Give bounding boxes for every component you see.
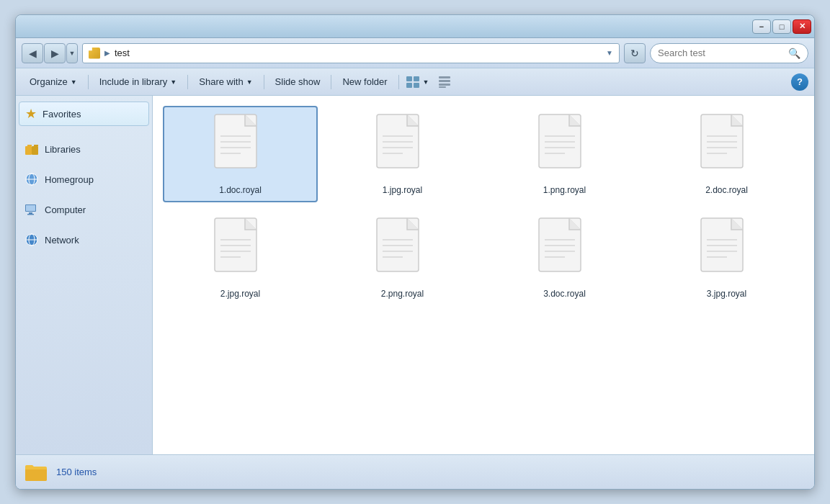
details-view-button[interactable] bbox=[434, 72, 455, 92]
file-label: 1.jpg.royal bbox=[383, 185, 422, 195]
file-icon bbox=[212, 217, 269, 286]
toolbar-separator-3 bbox=[264, 75, 264, 89]
nav-buttons: ◀ ▶ ▼ bbox=[22, 43, 78, 63]
file-item[interactable]: 2.jpg.royal bbox=[163, 210, 318, 306]
organize-button[interactable]: Organize ▼ bbox=[22, 72, 85, 92]
include-in-library-label: Include in library bbox=[99, 76, 168, 87]
sidebar-item-network[interactable]: Network bbox=[16, 228, 152, 251]
file-icon bbox=[698, 113, 756, 182]
homegroup-label: Homegroup bbox=[45, 174, 94, 185]
toolbar-separator-4 bbox=[331, 75, 331, 89]
file-label: 2.jpg.royal bbox=[220, 289, 260, 299]
sidebar: ★ Favorites Libraries bbox=[16, 96, 153, 454]
toolbar-separator-2 bbox=[187, 75, 188, 89]
minimize-button[interactable]: − bbox=[752, 19, 771, 34]
svg-rect-10 bbox=[32, 146, 38, 155]
svg-rect-1 bbox=[414, 76, 419, 81]
star-icon: ★ bbox=[25, 106, 37, 122]
title-bar: − □ ✕ bbox=[16, 15, 814, 38]
sidebar-item-favorites[interactable]: ★ Favorites bbox=[19, 102, 149, 126]
view-dropdown-icon[interactable]: ▼ bbox=[423, 78, 429, 86]
toolbar-separator-1 bbox=[88, 75, 89, 89]
view-toggle-button[interactable]: ▼ bbox=[402, 72, 433, 92]
sidebar-item-computer[interactable]: Computer bbox=[16, 198, 152, 221]
file-item[interactable]: 1.jpg.royal bbox=[325, 106, 480, 202]
path-dropdown-icon[interactable]: ▼ bbox=[606, 49, 613, 57]
slide-show-label: Slide show bbox=[275, 76, 321, 87]
file-item[interactable]: 3.jpg.royal bbox=[649, 210, 804, 306]
search-box[interactable]: 🔍 bbox=[650, 43, 808, 63]
dropdown-button[interactable]: ▼ bbox=[66, 43, 78, 63]
sidebar-item-libraries[interactable]: Libraries bbox=[16, 138, 152, 161]
maximize-button[interactable]: □ bbox=[772, 19, 791, 34]
homegroup-icon bbox=[24, 172, 39, 186]
file-item[interactable]: 2.png.royal bbox=[325, 210, 480, 306]
organize-label: Organize bbox=[30, 76, 68, 87]
organize-dropdown-icon: ▼ bbox=[71, 78, 77, 86]
libraries-icon bbox=[24, 142, 39, 156]
svg-rect-17 bbox=[26, 205, 35, 211]
file-item[interactable]: 2.doc.royal bbox=[649, 106, 804, 202]
file-label: 2.png.royal bbox=[381, 289, 424, 299]
status-folder-icon bbox=[24, 462, 48, 482]
file-item[interactable]: 1.doc.royal bbox=[163, 106, 318, 202]
refresh-button[interactable]: ↻ bbox=[624, 43, 646, 63]
file-icon bbox=[212, 113, 269, 182]
forward-button[interactable]: ▶ bbox=[44, 43, 66, 63]
network-icon bbox=[24, 233, 39, 247]
file-label: 1.doc.royal bbox=[219, 185, 262, 195]
status-bar: 150 items bbox=[16, 454, 814, 489]
toolbar: Organize ▼ Include in library ▼ Share wi… bbox=[16, 68, 814, 96]
computer-label: Computer bbox=[45, 204, 86, 215]
svg-rect-18 bbox=[29, 212, 32, 214]
search-icon[interactable]: 🔍 bbox=[788, 48, 800, 59]
svg-rect-8 bbox=[25, 146, 32, 155]
svg-rect-0 bbox=[406, 76, 412, 81]
address-bar: ◀ ▶ ▼ ▶ test ▼ ↻ 🔍 bbox=[16, 38, 814, 68]
include-in-library-button[interactable]: Include in library ▼ bbox=[92, 72, 185, 92]
main-area: ★ Favorites Libraries bbox=[16, 96, 814, 454]
libraries-label: Libraries bbox=[45, 144, 81, 155]
computer-icon bbox=[24, 202, 39, 217]
file-label: 1.png.royal bbox=[543, 185, 586, 195]
path-separator: ▶ bbox=[104, 49, 110, 57]
back-button[interactable]: ◀ bbox=[22, 43, 43, 63]
content-area: 1.doc.royal 1.jpg.royal 1.png.royal 2.do… bbox=[153, 96, 814, 454]
search-input[interactable] bbox=[658, 48, 784, 58]
svg-rect-4 bbox=[439, 76, 450, 78]
file-item[interactable]: 1.png.royal bbox=[487, 106, 642, 202]
svg-rect-7 bbox=[439, 86, 446, 88]
svg-rect-3 bbox=[414, 83, 419, 88]
slide-show-button[interactable]: Slide show bbox=[267, 72, 329, 92]
help-button[interactable]: ? bbox=[791, 73, 808, 91]
window: − □ ✕ ◀ ▶ ▼ ▶ test ▼ ↻ 🔍 Organize ▼ bbox=[15, 14, 815, 490]
sidebar-item-homegroup[interactable]: Homegroup bbox=[16, 168, 152, 191]
file-label: 3.jpg.royal bbox=[707, 289, 746, 299]
svg-rect-19 bbox=[27, 214, 34, 215]
file-label: 2.doc.royal bbox=[705, 185, 748, 195]
share-with-button[interactable]: Share with ▼ bbox=[191, 72, 260, 92]
network-label: Network bbox=[45, 235, 79, 246]
file-item[interactable]: 3.doc.royal bbox=[487, 210, 642, 306]
title-bar-buttons: − □ ✕ bbox=[752, 19, 811, 34]
file-icon bbox=[698, 217, 756, 286]
include-dropdown-icon: ▼ bbox=[170, 78, 177, 86]
close-button[interactable]: ✕ bbox=[793, 19, 811, 34]
share-dropdown-icon: ▼ bbox=[246, 78, 253, 86]
file-icon bbox=[374, 217, 432, 286]
view-icon bbox=[406, 76, 420, 89]
file-label: 3.doc.royal bbox=[543, 289, 586, 299]
path-text: test bbox=[115, 48, 130, 58]
favorites-label: Favorites bbox=[43, 109, 81, 120]
new-folder-button[interactable]: New folder bbox=[334, 72, 395, 92]
toolbar-separator-5 bbox=[398, 75, 399, 89]
new-folder-label: New folder bbox=[342, 76, 387, 87]
svg-rect-6 bbox=[439, 84, 450, 86]
share-with-label: Share with bbox=[199, 76, 243, 87]
file-icon bbox=[374, 113, 432, 182]
path-box[interactable]: ▶ test ▼ bbox=[82, 43, 620, 63]
status-item-count: 150 items bbox=[56, 467, 97, 477]
svg-rect-5 bbox=[439, 80, 450, 82]
file-grid: 1.doc.royal 1.jpg.royal 1.png.royal 2.do… bbox=[160, 103, 807, 309]
folder-icon bbox=[89, 48, 100, 59]
